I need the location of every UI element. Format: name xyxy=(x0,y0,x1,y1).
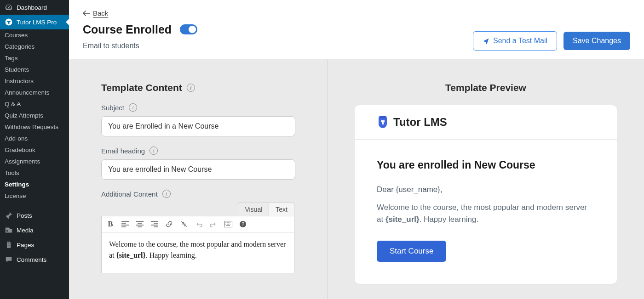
help-icon[interactable]: ? xyxy=(238,219,248,229)
heading-label-text: Email heading xyxy=(101,147,145,155)
sidebar-item-tags[interactable]: Tags xyxy=(0,52,69,64)
email-heading-input[interactable] xyxy=(101,159,295,180)
pages-icon xyxy=(5,241,13,249)
info-icon[interactable]: i xyxy=(129,103,137,112)
preview-email-heading: You are enrolled in New Course xyxy=(377,159,595,171)
rich-editor: Visual Text B ? xyxy=(101,203,294,273)
comment-icon xyxy=(5,255,13,264)
redo-icon[interactable] xyxy=(208,219,218,229)
back-label: Back xyxy=(93,9,108,17)
sidebar-item-withdraw-requests[interactable]: Withdraw Requests xyxy=(0,121,69,133)
subject-label-text: Subject xyxy=(101,104,124,112)
sidebar-item-comments[interactable]: Comments xyxy=(0,252,69,267)
info-icon[interactable]: i xyxy=(150,147,158,155)
dashboard-icon xyxy=(5,3,13,11)
sidebar-item-settings[interactable]: Settings xyxy=(0,179,69,190)
additional-label-text: Additional Content xyxy=(101,190,158,198)
sidebar-item-qa[interactable]: Q & A xyxy=(0,98,69,110)
editor-body[interactable]: Welcome to the course, the most popular … xyxy=(101,232,294,273)
preview-brand-header: Tutor LMS xyxy=(355,105,617,140)
sidebar-item-posts[interactable]: Posts xyxy=(0,208,69,223)
sidebar-item-courses[interactable]: Courses xyxy=(0,29,69,41)
preview-section-title: Template Preview xyxy=(445,82,526,93)
sidebar-item-gradebook[interactable]: Gradebook xyxy=(0,144,69,156)
save-label: Save Changes xyxy=(573,37,621,45)
editor-text-post: . Happy learning. xyxy=(146,251,197,259)
svg-point-1 xyxy=(6,230,8,232)
sidebar-item-assignments[interactable]: Assignments xyxy=(0,156,69,167)
tutor-lms-logo-icon xyxy=(377,115,389,129)
sidebar-item-instructors[interactable]: Instructors xyxy=(0,75,69,87)
undo-icon[interactable] xyxy=(194,219,204,229)
sidebar-item-students[interactable]: Students xyxy=(0,64,69,75)
send-icon xyxy=(483,38,489,45)
back-link[interactable]: Back xyxy=(83,9,108,17)
send-test-label: Send a Test Mail xyxy=(493,37,547,45)
sidebar-item-announcements[interactable]: Announcements xyxy=(0,87,69,98)
link-icon[interactable] xyxy=(164,219,174,229)
unlink-icon[interactable] xyxy=(179,219,189,229)
tutor-logo-icon xyxy=(5,18,13,26)
send-test-mail-button[interactable]: Send a Test Mail xyxy=(473,31,557,51)
info-icon[interactable]: i xyxy=(162,190,171,198)
sidebar-item-addons[interactable]: Add-ons xyxy=(0,133,69,144)
tab-text[interactable]: Text xyxy=(269,203,294,216)
sidebar-item-dashboard[interactable]: Dashboard xyxy=(0,0,69,15)
page-subtitle: Email to students xyxy=(83,42,197,50)
preview-cta-button[interactable]: Start Course xyxy=(377,241,446,262)
page-header: Back Course Enrolled Email to students S… xyxy=(69,0,644,59)
sidebar-item-media[interactable]: Media xyxy=(0,223,69,237)
sidebar-item-categories[interactable]: Categories xyxy=(0,41,69,52)
page-title: Course Enrolled xyxy=(83,23,172,36)
subject-input[interactable] xyxy=(101,116,295,136)
sidebar-label: Posts xyxy=(17,212,32,219)
email-heading-label: Email heading i xyxy=(101,147,309,155)
preview-greeting: Dear {user_name}, xyxy=(377,185,595,194)
admin-sidebar: Dashboard Tutor LMS Pro Courses Categori… xyxy=(0,0,69,299)
sidebar-label: Tutor LMS Pro xyxy=(17,19,57,26)
align-right-icon[interactable] xyxy=(150,219,160,229)
preview-brand-name: Tutor LMS xyxy=(393,116,447,129)
editor-text-var: {site_url} xyxy=(116,251,146,259)
align-center-icon[interactable] xyxy=(135,219,145,229)
additional-content-label: Additional Content i xyxy=(101,190,309,198)
pin-icon xyxy=(5,211,13,220)
save-changes-button[interactable]: Save Changes xyxy=(564,32,630,50)
subject-label: Subject i xyxy=(101,103,309,112)
tab-visual[interactable]: Visual xyxy=(238,203,269,216)
editor-toolbar: B ? xyxy=(101,216,294,232)
preview-cta-label: Start Course xyxy=(390,247,433,255)
sidebar-item-tutor-lms[interactable]: Tutor LMS Pro xyxy=(0,15,69,29)
sidebar-item-quiz-attempts[interactable]: Quiz Attempts xyxy=(0,110,69,121)
preview-body-var: {site_url} xyxy=(385,215,420,224)
align-left-icon[interactable] xyxy=(120,219,130,229)
preview-body-post: . Happy learning. xyxy=(420,215,479,224)
section-template-content: Template Content i xyxy=(101,82,309,93)
svg-rect-7 xyxy=(382,120,384,124)
arrow-left-icon xyxy=(83,11,90,16)
svg-text:?: ? xyxy=(242,221,244,227)
info-icon[interactable]: i xyxy=(187,84,195,92)
sidebar-item-pages[interactable]: Pages xyxy=(0,237,69,252)
preview-body-text: Welcome to the course, the most popular … xyxy=(377,202,595,226)
sidebar-label: Media xyxy=(17,227,34,234)
section-title-label: Template Content xyxy=(101,82,182,93)
template-preview-card: Tutor LMS You are enrolled in New Course… xyxy=(355,105,617,284)
sidebar-label: Pages xyxy=(17,242,34,248)
sidebar-item-tools[interactable]: Tools xyxy=(0,167,69,179)
sidebar-label: Dashboard xyxy=(17,4,47,11)
bold-icon[interactable]: B xyxy=(105,219,115,229)
sidebar-item-license[interactable]: License xyxy=(0,190,69,202)
enable-toggle[interactable] xyxy=(180,24,197,34)
keyboard-icon[interactable] xyxy=(223,219,233,229)
media-icon xyxy=(5,226,13,234)
sidebar-label: Comments xyxy=(17,256,46,263)
